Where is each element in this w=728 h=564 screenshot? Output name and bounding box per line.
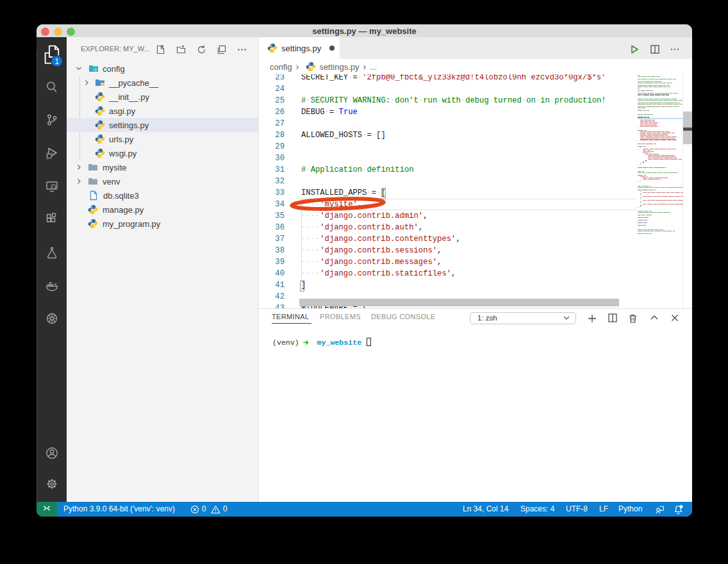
svg-text:1: 1 (54, 57, 59, 66)
